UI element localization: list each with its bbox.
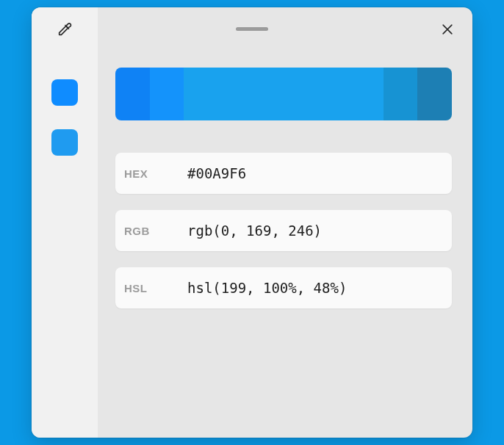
close-button[interactable] <box>434 16 461 43</box>
color-history-sidebar <box>32 51 98 438</box>
shade-segment[interactable] <box>115 68 150 120</box>
main-panel: HEX #00A9F6 RGB rgb(0, 169, 246) HSL hsl… <box>98 51 472 438</box>
rgb-value: rgb(0, 169, 246) <box>187 222 322 239</box>
history-swatch[interactable] <box>51 129 78 156</box>
hsl-label: HSL <box>124 282 187 294</box>
rgb-row[interactable]: RGB rgb(0, 169, 246) <box>115 210 452 251</box>
shade-strip[interactable] <box>115 68 452 120</box>
drag-handle[interactable] <box>236 27 268 31</box>
hsl-row[interactable]: HSL hsl(199, 100%, 48%) <box>115 267 452 308</box>
rgb-label: RGB <box>124 225 187 237</box>
hex-row[interactable]: HEX #00A9F6 <box>115 153 452 194</box>
shade-segment[interactable] <box>150 68 184 120</box>
hex-label: HEX <box>124 167 187 180</box>
history-swatch[interactable] <box>51 79 78 106</box>
titlebar-left-section <box>32 7 98 51</box>
shade-segment[interactable] <box>384 68 418 120</box>
titlebar <box>32 7 472 51</box>
window-body: HEX #00A9F6 RGB rgb(0, 169, 246) HSL hsl… <box>32 51 472 438</box>
hex-value: #00A9F6 <box>187 165 246 181</box>
color-picker-window: HEX #00A9F6 RGB rgb(0, 169, 246) HSL hsl… <box>32 7 472 438</box>
close-icon <box>440 22 455 37</box>
shade-segment[interactable] <box>417 68 452 120</box>
eyedropper-icon <box>57 21 73 37</box>
eyedropper-button[interactable] <box>51 16 78 43</box>
shade-segment[interactable] <box>184 68 383 120</box>
hsl-value: hsl(199, 100%, 48%) <box>187 280 347 296</box>
